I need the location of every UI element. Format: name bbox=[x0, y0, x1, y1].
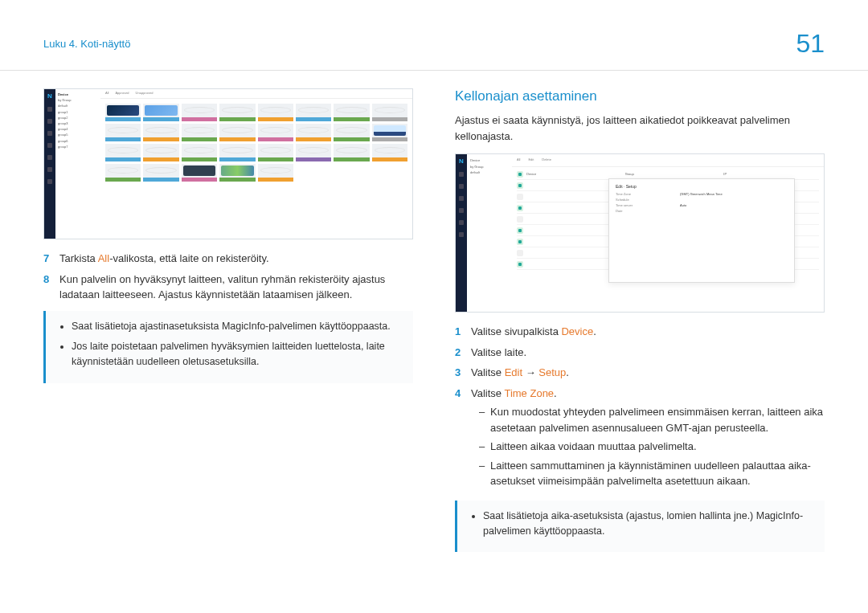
nav-icon bbox=[459, 220, 464, 225]
right-column: Kellonajan asettaminen Ajastus ei saata … bbox=[455, 88, 825, 552]
highlight-device: Device bbox=[561, 325, 593, 337]
device-tree: Device by Group default group1 group2 gr… bbox=[55, 89, 100, 239]
nav-icon bbox=[47, 119, 52, 124]
app-sidebar: N bbox=[456, 154, 467, 312]
step-text: Kun palvelin on hyväksynyt laitteen, val… bbox=[59, 272, 413, 303]
nav-icon bbox=[47, 143, 52, 148]
step-number: 3 bbox=[455, 365, 463, 381]
page-header: Luku 4. Koti-näyttö 51 bbox=[0, 0, 868, 71]
note-item: Saat lisätietoja ajastinasetuksista Magi… bbox=[72, 319, 400, 334]
logo-icon: N bbox=[47, 92, 52, 100]
tree-item: group6 bbox=[58, 138, 98, 144]
step-4: 4 Valitse Time Zone. Kun muodostat yhtey… bbox=[455, 386, 825, 492]
note-item: Saat lisätietoja aika-asetuksista (ajast… bbox=[483, 509, 812, 540]
left-column: N Device by Group default group1 group2 … bbox=[43, 88, 413, 552]
screenshot-device-setup: N Device by Group default AllEditDelete … bbox=[455, 153, 825, 313]
step-3: 3 Valitse Edit → Setup. bbox=[455, 365, 825, 381]
grid-toolbar: AllApprovedUnapproved bbox=[100, 89, 412, 99]
screenshot-device-grid: N Device by Group default group1 group2 … bbox=[43, 88, 413, 239]
tree-item: by Group bbox=[58, 97, 98, 103]
sub-item: Kun muodostat yhteyden palvelimeen ensim… bbox=[479, 404, 825, 435]
steps-list-left: 7 Tarkista All-valikosta, että laite on … bbox=[43, 251, 413, 303]
sub-item: Laitteen aikaa voidaan muuttaa palvelime… bbox=[479, 439, 825, 455]
highlight-all: All bbox=[98, 252, 109, 264]
step-number: 8 bbox=[43, 272, 51, 303]
sub-item: Laitteen sammuttaminen ja käynnistäminen… bbox=[479, 458, 825, 489]
nav-icon bbox=[459, 232, 464, 237]
page-number: 51 bbox=[796, 29, 825, 59]
app-sidebar: N bbox=[44, 89, 55, 239]
steps-list-right: 1 Valitse sivupalkista Device. 2 Valitse… bbox=[455, 324, 825, 492]
tree-title: Device bbox=[470, 157, 509, 164]
nav-icon bbox=[459, 184, 464, 189]
tree-title: Device bbox=[58, 92, 98, 97]
dialog-title: Edit · Setup bbox=[616, 184, 788, 189]
step-number: 1 bbox=[455, 324, 463, 340]
tree-item: by Group bbox=[470, 164, 509, 170]
device-grid: AllApprovedUnapproved bbox=[100, 89, 412, 239]
logo-icon: N bbox=[459, 157, 464, 165]
step-7: 7 Tarkista All-valikosta, että laite on … bbox=[43, 251, 413, 267]
tree-item: group3 bbox=[58, 121, 98, 126]
step-number: 4 bbox=[455, 386, 463, 492]
nav-icon bbox=[47, 155, 52, 160]
step-text: Valitse Time Zone. Kun muodostat yhteyde… bbox=[471, 386, 825, 492]
tree-item: default bbox=[58, 103, 98, 108]
nav-icon bbox=[459, 208, 464, 213]
tree-item: default bbox=[470, 170, 509, 176]
section-title: Kellonajan asettaminen bbox=[455, 88, 825, 104]
tree-item: group4 bbox=[58, 126, 98, 132]
highlight-setup: Setup bbox=[538, 366, 566, 378]
step-text: Tarkista All-valikosta, että laite on re… bbox=[59, 251, 269, 267]
device-tree: Device by Group default bbox=[467, 154, 512, 312]
step-text: Valitse sivupalkista Device. bbox=[471, 324, 596, 340]
highlight-timezone: Time Zone bbox=[504, 387, 554, 399]
tree-item: group5 bbox=[58, 132, 98, 137]
highlight-edit: Edit bbox=[505, 366, 522, 378]
setup-dialog: Edit · Setup Time Zone(GMT) Greenwich Me… bbox=[608, 178, 795, 283]
nav-icon bbox=[47, 131, 52, 136]
breadcrumb: Luku 4. Koti-näyttö bbox=[43, 38, 130, 50]
step-8: 8 Kun palvelin on hyväksynyt laitteen, v… bbox=[43, 272, 413, 303]
sub-bullets: Kun muodostat yhteyden palvelimeen ensim… bbox=[471, 404, 825, 489]
device-tabs: AllEditDelete bbox=[512, 154, 824, 167]
step-2: 2 Valitse laite. bbox=[455, 345, 825, 361]
nav-icon bbox=[47, 167, 52, 172]
step-text: Valitse Edit → Setup. bbox=[471, 365, 569, 381]
tree-item: group7 bbox=[58, 144, 98, 149]
nav-icon bbox=[459, 172, 464, 177]
nav-icon bbox=[459, 196, 464, 201]
step-number: 2 bbox=[455, 345, 463, 361]
note-box-left: Saat lisätietoja ajastinasetuksista Magi… bbox=[43, 311, 413, 383]
step-1: 1 Valitse sivupalkista Device. bbox=[455, 324, 825, 340]
nav-icon bbox=[47, 107, 52, 112]
tree-item: group1 bbox=[58, 109, 98, 115]
step-text: Valitse laite. bbox=[471, 345, 526, 361]
tree-item: group2 bbox=[58, 115, 98, 121]
note-box-right: Saat lisätietoja aika-asetuksista (ajast… bbox=[455, 501, 825, 553]
device-table-area: AllEditDelete DeviceGroupIP Edit · Setup… bbox=[512, 154, 824, 312]
nav-icon bbox=[47, 179, 52, 184]
note-item: Jos laite poistetaan palvelimen hyväksym… bbox=[72, 339, 400, 370]
step-number: 7 bbox=[43, 251, 51, 267]
arrow-icon: → bbox=[522, 366, 538, 378]
lead-text: Ajastus ei saata käynnistyä, jos laittee… bbox=[455, 112, 825, 144]
